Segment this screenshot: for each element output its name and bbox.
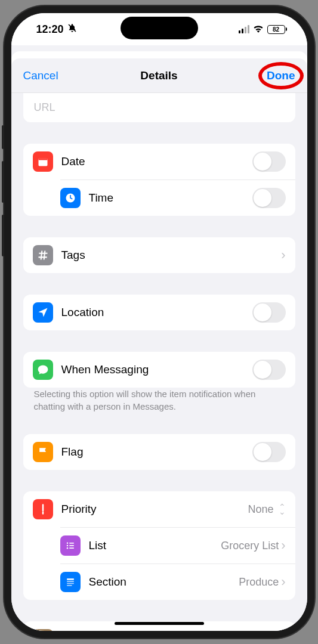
messaging-footer: Selecting this option will show the item… — [23, 383, 295, 413]
svg-rect-12 — [67, 583, 74, 584]
page-title: Details — [140, 69, 177, 82]
updown-icon: ⌃⌄ — [279, 504, 286, 515]
nav-bar: Cancel Details Done — [11, 58, 307, 93]
flag-row[interactable]: Flag — [23, 434, 295, 470]
cancel-button[interactable]: Cancel — [23, 69, 58, 82]
chevron-right-icon: › — [281, 574, 285, 590]
dynamic-island — [121, 17, 198, 39]
list-row[interactable]: List Grocery List › — [60, 527, 295, 564]
section-row[interactable]: Section Produce › — [60, 564, 295, 600]
svg-point-5 — [66, 545, 68, 547]
wifi-icon — [253, 23, 264, 36]
location-row[interactable]: Location — [23, 295, 295, 330]
svg-point-4 — [66, 543, 68, 544]
time-toggle[interactable] — [252, 188, 286, 208]
priority-row[interactable]: Priority None ⌃⌄ — [23, 491, 295, 527]
done-button[interactable]: Done — [267, 69, 295, 82]
messaging-row[interactable]: When Messaging — [23, 352, 295, 388]
flag-toggle[interactable] — [252, 442, 286, 462]
svg-rect-7 — [69, 543, 74, 544]
url-input[interactable]: URL — [23, 93, 295, 122]
hash-icon — [33, 245, 53, 265]
list-icon — [60, 535, 81, 556]
list-value: Grocery List — [221, 540, 279, 552]
section-value: Produce — [239, 576, 279, 589]
location-icon — [33, 302, 53, 323]
location-toggle[interactable] — [252, 302, 286, 323]
svg-rect-8 — [69, 545, 74, 546]
status-time: 12:20 — [36, 23, 64, 36]
list-label: List — [89, 539, 221, 552]
date-label: Date — [61, 155, 252, 168]
chevron-right-icon: › — [281, 247, 285, 263]
section-icon — [60, 572, 81, 592]
time-row[interactable]: Time — [60, 179, 295, 216]
priority-icon — [33, 499, 53, 519]
messaging-label: When Messaging — [61, 363, 252, 376]
clock-icon — [60, 188, 81, 208]
date-row[interactable]: Date — [23, 144, 295, 179]
location-label: Location — [61, 306, 252, 319]
chevron-right-icon: › — [281, 538, 285, 553]
svg-rect-13 — [67, 585, 72, 586]
signal-icon — [239, 25, 249, 33]
svg-point-6 — [66, 547, 68, 549]
priority-value: None — [248, 503, 273, 516]
svg-rect-10 — [67, 578, 74, 580]
message-icon — [33, 360, 53, 380]
tags-row[interactable]: Tags › — [23, 237, 295, 273]
battery-icon: 82 — [267, 25, 287, 34]
subtasks-icon — [33, 629, 53, 631]
svg-rect-11 — [67, 581, 74, 582]
flag-label: Flag — [61, 445, 252, 459]
svg-rect-9 — [69, 547, 74, 549]
home-indicator[interactable] — [115, 622, 204, 625]
messaging-toggle[interactable] — [252, 360, 286, 380]
calendar-icon — [33, 151, 53, 172]
tags-label: Tags — [61, 249, 282, 262]
flag-icon — [33, 442, 53, 462]
svg-rect-2 — [38, 158, 47, 160]
section-label: Section — [89, 575, 239, 589]
silent-icon — [67, 23, 77, 36]
date-toggle[interactable] — [252, 151, 286, 172]
time-label: Time — [89, 191, 252, 205]
priority-label: Priority — [61, 503, 248, 516]
